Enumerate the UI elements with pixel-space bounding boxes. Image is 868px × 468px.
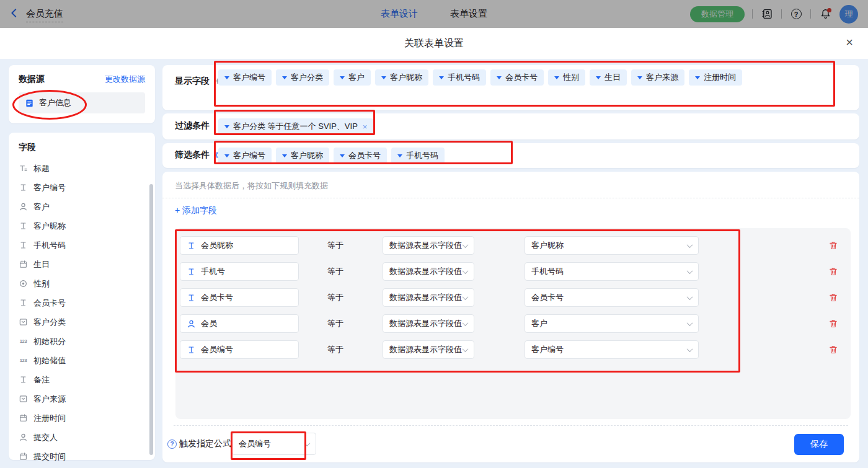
text-icon xyxy=(19,221,28,231)
help-icon[interactable]: ? xyxy=(167,439,177,449)
datasource-item-label: 客户信息 xyxy=(39,97,71,108)
display-field-tag[interactable]: 生日 xyxy=(590,69,627,86)
field-list-item[interactable]: 客户编号 xyxy=(9,178,155,197)
source-field-select[interactable]: 会员卡号 xyxy=(525,288,699,307)
source-type-select[interactable]: 数据源表显示字段值 xyxy=(383,314,474,333)
close-button[interactable]: × xyxy=(846,36,853,48)
relation-label: 等于 xyxy=(327,266,346,277)
field-list-item[interactable]: 性别 xyxy=(9,274,155,293)
change-datasource-link[interactable]: 更改数据源 xyxy=(105,74,145,85)
field-list-item[interactable]: 123 初始积分 xyxy=(9,332,155,351)
delete-rule-button[interactable] xyxy=(828,345,838,355)
help-icon[interactable]: ? xyxy=(789,7,803,21)
field-list-item[interactable]: 123 初始储值 xyxy=(9,351,155,370)
source-type-select[interactable]: 数据源表显示字段值 xyxy=(383,262,474,281)
display-field-tag[interactable]: 会员卡号 xyxy=(490,69,544,86)
field-list-item[interactable]: 提交人 xyxy=(9,428,155,447)
field-label: 客户昵称 xyxy=(33,221,66,232)
field-list-item[interactable]: 生日 xyxy=(9,255,155,274)
data-manage-button[interactable]: 数据管理 xyxy=(690,6,745,22)
target-field-input[interactable]: 会员 xyxy=(180,314,299,333)
field-list-item[interactable]: 会员卡号 xyxy=(9,293,155,312)
chevron-down-icon xyxy=(687,346,693,352)
display-field-tag[interactable]: 客户昵称 xyxy=(375,69,428,86)
contacts-icon[interactable] xyxy=(760,7,774,21)
formula-field-select[interactable]: 会员编号 xyxy=(232,433,316,455)
field-list-item[interactable]: 客户分类 xyxy=(9,312,155,332)
field-label: 客户编号 xyxy=(33,182,66,193)
target-field-label: 会员 xyxy=(201,318,217,329)
target-field-label: 会员昵称 xyxy=(201,240,233,251)
tab-form-design[interactable]: 表单设计 xyxy=(381,8,418,20)
person-icon xyxy=(187,319,196,329)
chevron-down-icon xyxy=(463,294,469,300)
save-button[interactable]: 保存 xyxy=(794,434,844,455)
target-field-input[interactable]: 手机号 xyxy=(180,262,299,281)
target-field-label: 手机号 xyxy=(201,266,225,277)
caret-down-icon xyxy=(282,76,287,79)
field-list-scrollbar[interactable] xyxy=(149,184,153,455)
caret-down-icon xyxy=(596,76,601,79)
source-field-select[interactable]: 客户 xyxy=(525,314,699,333)
field-list-item[interactable]: 客户 xyxy=(9,197,155,216)
person-icon xyxy=(19,433,28,442)
source-type-select[interactable]: 数据源表显示字段值 xyxy=(383,288,474,307)
avatar[interactable]: 理 xyxy=(839,5,858,24)
formula-label: 触发指定公式 xyxy=(179,438,231,449)
remove-filter-icon[interactable]: × xyxy=(363,122,368,131)
notifications-icon[interactable] xyxy=(818,7,832,21)
chevron-down-icon xyxy=(304,440,311,446)
source-field-select[interactable]: 客户编号 xyxy=(525,340,699,359)
screening-field-tag[interactable]: 会员卡号 xyxy=(334,148,387,164)
filter-condition-label: 过滤条件 xyxy=(175,120,210,131)
screening-field-tag[interactable]: 手机号码 xyxy=(391,148,445,164)
source-field-select[interactable]: 手机号码 xyxy=(525,262,699,281)
caret-down-icon xyxy=(224,154,229,157)
field-list-item[interactable]: 手机号码 xyxy=(9,236,155,255)
screening-field-tags: 客户编号 客户昵称 会员卡号 手机号码 xyxy=(218,148,847,164)
delete-rule-button[interactable] xyxy=(828,241,838,251)
field-list-item[interactable]: 客户昵称 xyxy=(9,216,155,236)
field-list-item[interactable]: 标题 xyxy=(9,159,155,178)
add-field-button[interactable]: + 添加字段 xyxy=(175,205,217,216)
datasource-card: 数据源 更改数据源 客户信息 xyxy=(9,65,155,123)
target-field-input[interactable]: 会员编号 xyxy=(180,340,299,359)
select-icon xyxy=(19,394,28,404)
target-field-input[interactable]: 会员昵称 xyxy=(180,236,299,255)
field-list-item[interactable]: 客户来源 xyxy=(9,389,155,408)
notification-dot xyxy=(827,8,831,12)
source-field-select[interactable]: 客户昵称 xyxy=(525,236,699,255)
text-icon xyxy=(187,345,196,355)
screening-field-tag[interactable]: 客户编号 xyxy=(218,148,272,164)
filter-condition-tag[interactable]: 客户分类 等于任意一个 SVIP、VIP × xyxy=(218,118,373,135)
text-icon xyxy=(19,183,28,192)
source-type-select[interactable]: 数据源表显示字段值 xyxy=(383,236,474,255)
field-list-item[interactable]: 注册时间 xyxy=(9,408,155,428)
field-list-item[interactable]: 备注 xyxy=(9,370,155,389)
field-label: 性别 xyxy=(33,278,50,289)
source-type-select[interactable]: 数据源表显示字段值 xyxy=(383,340,474,359)
person-icon xyxy=(19,202,28,211)
display-field-tag[interactable]: 客户 xyxy=(334,69,371,86)
delete-rule-button[interactable] xyxy=(828,267,838,277)
datasource-item[interactable]: 客户信息 xyxy=(19,92,145,113)
calendar-icon xyxy=(19,260,28,269)
delete-rule-button[interactable] xyxy=(828,319,838,329)
display-field-tag[interactable]: 手机号码 xyxy=(433,69,486,86)
chevron-down-icon xyxy=(687,320,693,326)
tab-form-settings[interactable]: 表单设置 xyxy=(450,8,487,20)
delete-rule-button[interactable] xyxy=(828,293,838,303)
heading-icon xyxy=(19,164,28,173)
target-field-input[interactable]: 会员卡号 xyxy=(180,288,299,307)
fill-rule-row: 会员 等于 数据源表显示字段值 客户 xyxy=(175,311,851,337)
display-field-tag[interactable]: 客户来源 xyxy=(631,69,684,86)
display-field-tag[interactable]: 客户编号 xyxy=(218,69,272,86)
display-field-tag[interactable]: 客户分类 xyxy=(276,69,329,86)
text-icon xyxy=(187,293,196,302)
display-field-tag[interactable]: 注册时间 xyxy=(689,69,742,86)
fill-rule-row: 会员编号 等于 数据源表显示字段值 客户编号 xyxy=(175,337,851,363)
field-list-item[interactable]: 提交时间 xyxy=(9,447,155,466)
screening-field-tag[interactable]: 客户昵称 xyxy=(276,148,329,164)
number-icon: 123 xyxy=(19,337,28,346)
display-field-tag[interactable]: 性别 xyxy=(548,69,585,86)
